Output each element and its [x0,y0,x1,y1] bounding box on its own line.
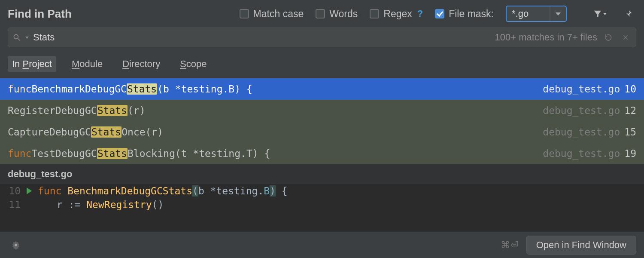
history-button[interactable] [601,33,615,42]
scope-tab-module[interactable]: Module [67,56,107,72]
bottom-bar: ⌘⏎ Open in Find Window [0,231,644,258]
file-mask-dropdown[interactable] [550,6,566,21]
chevron-down-icon [25,37,29,39]
regex-label: Regex [383,8,412,20]
search-row: 100+ matches in 7+ files [0,28,644,52]
file-mask-input[interactable] [507,6,550,21]
pin-button[interactable] [620,6,636,22]
results-list: func BenchmarkDebugGCStats(b *testing.B)… [0,78,644,164]
chevron-down-icon [556,12,561,15]
scope-tab-scope[interactable]: Scope [176,56,211,72]
clear-button[interactable] [620,34,632,41]
preview-filename: debug_test.go [0,164,644,184]
open-in-find-window-button[interactable]: Open in Find Window [526,236,636,255]
words-label: Words [329,8,358,20]
code-line: 11r := NewRegistry() [0,198,644,212]
result-file: debug_test.go [543,148,620,159]
match-count: 100+ matches in 7+ files [495,32,597,43]
search-input[interactable] [33,32,491,43]
result-line: 19 [624,148,636,159]
run-gutter-icon[interactable] [27,187,32,194]
result-line: 15 [624,126,636,138]
match-case-checkbox[interactable]: Match case [240,8,304,20]
file-mask-checkbox[interactable]: File mask: [435,8,494,20]
shortcut-hint: ⌘⏎ [501,240,519,251]
checkbox-checked-icon [435,9,444,18]
dialog-title: Find in Path [8,7,72,21]
preview-code: 10func BenchmarkDebugGCStats(b *testing.… [0,184,644,212]
result-file: debug_test.go [543,83,620,95]
close-icon [622,34,629,41]
result-file: debug_test.go [543,105,620,116]
result-row[interactable]: RegisterDebugGCStats(r)debug_test.go12 [0,100,644,121]
result-line: 10 [624,83,636,95]
gutter-lineno: 11 [6,199,21,210]
history-icon [604,33,613,42]
result-row[interactable]: func TestDebugGCStatsBlocking(t *testing… [0,143,644,164]
scope-tab-project[interactable]: In Project [8,56,56,72]
pin-icon [623,9,633,18]
checkbox-icon [370,9,379,18]
file-mask-combo[interactable] [506,6,567,22]
svg-point-0 [14,34,18,39]
code-line: 10func BenchmarkDebugGCStats(b *testing.… [0,184,644,198]
checkbox-icon [316,9,325,18]
result-row[interactable]: func BenchmarkDebugGCStats(b *testing.B)… [0,78,644,100]
gutter-lineno: 10 [6,185,21,197]
scope-tab-directory[interactable]: Directory [118,56,164,72]
result-row[interactable]: CaptureDebugGCStatsOnce(r)debug_test.go1… [0,121,644,143]
chevron-down-icon [603,13,607,15]
preview-pane: debug_test.go 10func BenchmarkDebugGCSta… [0,164,644,231]
search-icon [12,33,21,42]
filter-button[interactable] [592,6,608,22]
gear-icon [11,240,21,250]
dialog-titlebar: Find in Path Match case Words Regex ? Fi… [0,0,644,28]
filter-icon [593,9,602,18]
search-box[interactable]: 100+ matches in 7+ files [8,28,636,47]
file-mask-label: File mask: [449,8,494,20]
settings-button[interactable] [8,237,24,253]
match-case-label: Match case [253,8,304,20]
result-line: 12 [624,105,636,116]
result-file: debug_test.go [543,126,620,138]
words-checkbox[interactable]: Words [316,8,358,20]
scope-tabs: In Project Module Directory Scope [0,52,644,78]
regex-help-icon[interactable]: ? [417,8,423,19]
regex-checkbox[interactable]: Regex [370,8,412,20]
svg-line-1 [18,39,20,41]
checkbox-icon [240,9,249,18]
